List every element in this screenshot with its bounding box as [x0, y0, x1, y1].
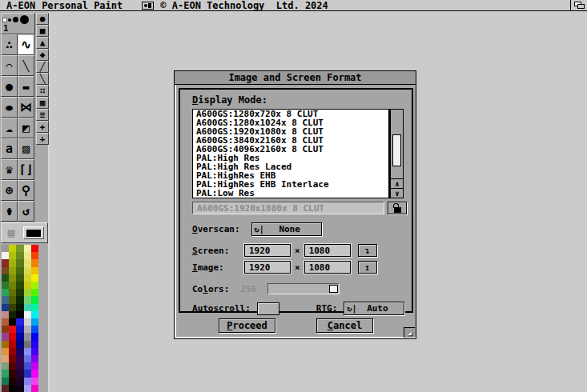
current-mode-field[interactable] [192, 202, 384, 214]
palette-swatch[interactable] [2, 304, 9, 311]
palette-swatch[interactable] [24, 267, 31, 274]
current-color-indicator[interactable] [23, 226, 44, 239]
palette-swatch[interactable] [2, 385, 9, 392]
palette-swatch[interactable] [9, 245, 16, 252]
palette-swatch[interactable] [16, 341, 23, 348]
palette-swatch[interactable] [16, 252, 23, 259]
palette-swatch[interactable] [9, 341, 16, 348]
palette-swatch[interactable] [31, 326, 38, 333]
palette-swatch[interactable] [2, 378, 9, 385]
menu-app-name[interactable]: Personal Paint [42, 1, 123, 10]
palette-swatch[interactable] [2, 355, 9, 362]
palette-swatch[interactable] [31, 341, 38, 348]
palette-swatch[interactable] [9, 296, 16, 303]
palette-swatch[interactable] [16, 259, 23, 266]
palette-swatch[interactable] [24, 259, 31, 266]
palette-swatch[interactable] [24, 296, 31, 303]
slider-knob[interactable] [329, 285, 338, 293]
palette-swatch[interactable] [9, 318, 16, 326]
palette-swatch[interactable] [16, 267, 23, 274]
palette-swatch[interactable] [31, 282, 38, 289]
proceed-button[interactable]: Proceed [219, 318, 275, 333]
select-region-tool[interactable]: ⌈⌋ [18, 159, 34, 180]
curve-tool[interactable]: ◠ [1, 55, 18, 76]
palette-swatch[interactable] [2, 318, 9, 326]
palette-swatch[interactable] [2, 267, 9, 274]
palette-swatch[interactable] [31, 333, 38, 340]
palette-swatch[interactable] [2, 282, 9, 289]
polygon-tool[interactable]: ⋈ [18, 97, 34, 118]
dialog-title[interactable]: Image and Screen Format [175, 71, 416, 85]
palette-swatch[interactable] [24, 348, 31, 355]
palette-swatch[interactable] [24, 289, 31, 296]
palette-swatch[interactable] [24, 362, 31, 370]
scrollbar-thumb[interactable] [392, 134, 401, 166]
ellipse-tool[interactable]: ● [1, 97, 18, 118]
copy-image-to-screen-button[interactable]: ↥ [358, 261, 377, 274]
palette-swatch[interactable] [9, 326, 16, 333]
palette-swatch[interactable] [24, 304, 31, 311]
palette-swatch[interactable] [2, 289, 9, 296]
circle-tool[interactable]: ● [1, 76, 18, 97]
palette-swatch[interactable] [24, 341, 31, 348]
palette-swatch[interactable] [31, 318, 38, 326]
palette-swatch[interactable] [31, 296, 38, 303]
palette-swatch[interactable] [9, 362, 16, 370]
round-brush-button[interactable]: ● [36, 13, 49, 25]
palette-swatch[interactable] [24, 282, 31, 289]
dotted-freehand-tool[interactable]: ∴ [1, 34, 18, 55]
zoom-in-tool[interactable]: ⊕ [1, 180, 18, 201]
colors-slider[interactable] [267, 283, 340, 294]
heavy-cross-brush-button[interactable]: ✚ [36, 121, 49, 133]
palette-swatch[interactable] [31, 274, 38, 282]
cancel-button[interactable]: Cancel [316, 318, 373, 333]
palette-swatch[interactable] [16, 318, 23, 326]
text-tool[interactable]: a [1, 138, 18, 159]
palette-swatch[interactable] [24, 385, 31, 392]
airbrush-tool[interactable]: ☁ [1, 118, 18, 138]
palette-swatch[interactable] [16, 304, 23, 311]
rtg-cycle-button[interactable]: ↻| Auto [344, 302, 404, 315]
palette-swatch[interactable] [2, 252, 9, 259]
scroll-down-button[interactable]: ∨ [391, 188, 404, 198]
lock-mode-button[interactable] [388, 202, 407, 214]
palette-swatch[interactable] [24, 318, 31, 326]
image-width-input[interactable] [244, 261, 291, 274]
palette-swatch[interactable] [31, 378, 38, 385]
palette-swatch[interactable] [16, 326, 23, 333]
palette-swatch[interactable] [16, 289, 23, 296]
fill-tool[interactable]: ◩ [18, 118, 34, 138]
palette-swatch[interactable] [16, 274, 23, 282]
palette-swatch[interactable] [24, 274, 31, 282]
palette-swatch[interactable] [16, 362, 23, 370]
image-height-input[interactable] [304, 261, 351, 274]
magnify-tool[interactable]: ⚲ [18, 180, 34, 201]
palette-swatch[interactable] [2, 245, 9, 252]
brush-size-selector[interactable]: 1 [1, 13, 35, 34]
symmetry-tool[interactable]: ♛ [1, 159, 18, 180]
palette-swatch[interactable] [16, 385, 23, 392]
dither-tool[interactable]: ▨ [18, 138, 34, 159]
dense-dots-brush-button[interactable]: ▩ [36, 97, 49, 109]
palette-swatch[interactable] [24, 245, 31, 252]
trash-tool[interactable]: ⚱ [1, 201, 18, 222]
palette-swatch[interactable] [2, 348, 9, 355]
palette-swatch[interactable] [16, 378, 23, 385]
palette-swatch[interactable] [24, 333, 31, 340]
undo-tool[interactable]: ↺ [18, 201, 34, 222]
palette-swatch[interactable] [31, 362, 38, 370]
palette-swatch[interactable] [9, 274, 16, 282]
dialog-resize-gadget[interactable]: ◢ [404, 327, 415, 338]
palette-swatch[interactable] [24, 326, 31, 333]
palette-swatch[interactable] [16, 348, 23, 355]
palette-swatch[interactable] [31, 385, 38, 392]
lines-brush-button[interactable]: ≡ [36, 109, 49, 121]
screen-height-input[interactable] [304, 244, 351, 257]
sparse-dots-brush-button[interactable]: ∷ [36, 85, 49, 97]
palette-swatch[interactable] [24, 252, 31, 259]
list-scrollbar[interactable]: ∧ ∨ [389, 109, 404, 198]
palette-swatch[interactable] [24, 370, 31, 377]
palette-swatch[interactable] [2, 259, 9, 266]
palette-swatch[interactable] [9, 267, 16, 274]
palette-swatch[interactable] [9, 259, 16, 266]
